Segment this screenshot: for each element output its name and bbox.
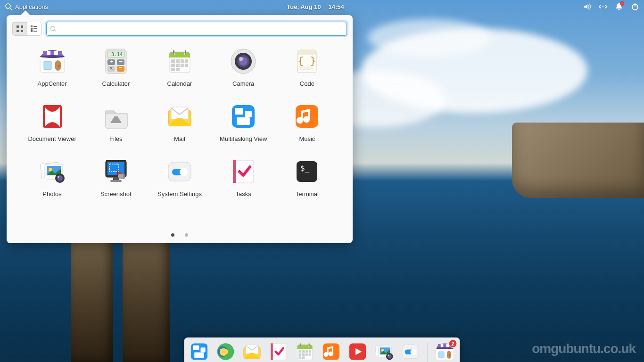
pager-dot-1[interactable] bbox=[171, 233, 174, 237]
app-tasks[interactable]: Tasks bbox=[214, 157, 273, 197]
mail-icon bbox=[165, 102, 194, 131]
app-label: Screenshot bbox=[100, 190, 132, 197]
grid-view-button[interactable] bbox=[13, 22, 27, 35]
dock-calendar[interactable] bbox=[295, 341, 315, 362]
applications-button[interactable]: Applications bbox=[5, 3, 48, 10]
svg-rect-12 bbox=[33, 28, 37, 29]
app-multitasking[interactable]: Multitasking View bbox=[214, 102, 273, 142]
app-photos[interactable]: Photos bbox=[23, 157, 82, 197]
multitasking-icon bbox=[229, 102, 257, 131]
app-label: Photos bbox=[42, 190, 61, 197]
panel-time[interactable]: 14:54 bbox=[329, 3, 344, 10]
category-view-button[interactable] bbox=[27, 22, 41, 35]
document-viewer-icon bbox=[38, 102, 66, 131]
app-files[interactable]: Files bbox=[86, 102, 145, 142]
svg-rect-5 bbox=[17, 25, 19, 28]
app-terminal[interactable]: Terminal bbox=[278, 157, 337, 197]
dock-web[interactable] bbox=[215, 341, 236, 362]
view-toggle bbox=[12, 22, 41, 36]
files-icon bbox=[102, 102, 130, 131]
dock-settings[interactable] bbox=[400, 341, 421, 362]
dock-videos[interactable] bbox=[347, 341, 368, 362]
dock-multitasking[interactable] bbox=[189, 341, 210, 362]
app-label: Code bbox=[300, 80, 314, 87]
wallpaper-cliff bbox=[512, 123, 644, 198]
app-code[interactable]: Code bbox=[278, 47, 337, 87]
power-icon[interactable] bbox=[631, 2, 639, 11]
tasks-icon bbox=[229, 157, 257, 186]
settings-icon bbox=[165, 157, 194, 186]
app-calendar[interactable]: Calendar bbox=[150, 47, 209, 87]
svg-rect-13 bbox=[31, 30, 33, 32]
app-calculator[interactable]: Calculator bbox=[86, 47, 145, 87]
camera-icon bbox=[229, 47, 257, 75]
dock-separator bbox=[428, 343, 428, 362]
screenshot-icon bbox=[102, 157, 130, 186]
app-screenshot[interactable]: Screenshot bbox=[86, 157, 145, 197]
svg-rect-11 bbox=[31, 28, 33, 30]
app-document-viewer[interactable]: Document Viewer bbox=[23, 102, 82, 142]
app-label: Files bbox=[109, 135, 122, 142]
watermark: omgubuntu.co.uk bbox=[532, 341, 636, 356]
svg-line-1 bbox=[10, 8, 12, 10]
dock-appcenter[interactable]: 2 bbox=[435, 341, 455, 362]
app-label: Calculator bbox=[102, 80, 130, 87]
app-grid: AppCenter Calculator Calendar Camera Cod… bbox=[12, 41, 347, 197]
dock: 2 bbox=[184, 337, 460, 362]
pager-dot-2[interactable] bbox=[185, 233, 188, 237]
app-label: Document Viewer bbox=[28, 135, 76, 142]
svg-point-2 bbox=[603, 6, 603, 7]
svg-rect-14 bbox=[33, 31, 37, 32]
calendar-icon bbox=[165, 47, 194, 75]
app-label: Tasks bbox=[236, 190, 251, 197]
app-label: Music bbox=[299, 135, 315, 142]
svg-rect-9 bbox=[31, 25, 33, 27]
photos-icon bbox=[38, 157, 66, 186]
dock-mail[interactable] bbox=[242, 341, 263, 362]
app-mail[interactable]: Mail bbox=[150, 102, 209, 142]
app-appcenter[interactable]: AppCenter bbox=[23, 47, 82, 87]
terminal-icon bbox=[293, 157, 321, 186]
app-label: Calendar bbox=[167, 80, 192, 87]
app-label: AppCenter bbox=[38, 80, 67, 87]
music-icon bbox=[293, 102, 321, 131]
search-icon bbox=[50, 25, 57, 32]
dock-tasks[interactable] bbox=[268, 341, 289, 362]
applications-label: Applications bbox=[15, 3, 48, 10]
wallpaper-cloud bbox=[368, 19, 490, 57]
app-label: System Settings bbox=[157, 190, 202, 197]
launcher-header bbox=[12, 22, 347, 36]
dock-photos[interactable] bbox=[374, 341, 395, 362]
update-badge: 2 bbox=[449, 339, 457, 348]
app-settings[interactable]: System Settings bbox=[150, 157, 209, 197]
svg-line-16 bbox=[55, 30, 57, 32]
app-camera[interactable]: Camera bbox=[214, 47, 273, 87]
svg-point-15 bbox=[51, 26, 55, 31]
notifications-icon[interactable] bbox=[615, 2, 623, 11]
search-icon bbox=[5, 3, 12, 10]
pager bbox=[7, 233, 353, 237]
code-icon bbox=[293, 47, 321, 75]
svg-rect-10 bbox=[33, 26, 37, 27]
applications-launcher: AppCenter Calculator Calendar Camera Cod… bbox=[7, 15, 353, 243]
dock-music[interactable] bbox=[321, 341, 342, 362]
app-label: Terminal bbox=[296, 190, 319, 197]
svg-rect-8 bbox=[21, 30, 23, 32]
app-label: Camera bbox=[232, 80, 254, 87]
panel-date[interactable]: Tue, Aug 10 bbox=[287, 3, 321, 10]
app-label: Multitasking View bbox=[220, 135, 267, 142]
search-input[interactable] bbox=[46, 22, 347, 36]
appcenter-icon bbox=[38, 47, 66, 75]
network-icon[interactable] bbox=[599, 2, 607, 11]
app-label: Mail bbox=[174, 135, 185, 142]
svg-rect-6 bbox=[21, 25, 23, 28]
calculator-icon bbox=[102, 47, 130, 75]
svg-rect-7 bbox=[17, 30, 19, 32]
sound-icon[interactable] bbox=[583, 2, 591, 11]
svg-point-0 bbox=[6, 4, 10, 8]
panel: Applications Tue, Aug 10 14:54 bbox=[0, 0, 644, 13]
app-music[interactable]: Music bbox=[278, 102, 337, 142]
